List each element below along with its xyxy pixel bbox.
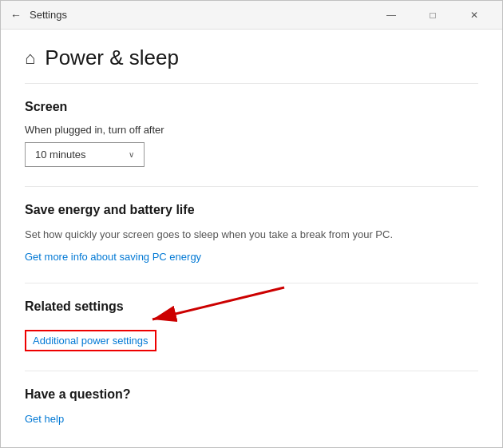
energy-info-link[interactable]: Get more info about saving PC energy bbox=[25, 251, 201, 263]
energy-description: Set how quickly your screen goes to slee… bbox=[25, 227, 424, 243]
close-button[interactable]: ✕ bbox=[456, 4, 493, 26]
window-title: Settings bbox=[30, 9, 67, 21]
chevron-down-icon: ∨ bbox=[129, 150, 134, 159]
related-settings-title: Related settings bbox=[25, 299, 478, 314]
arrow-annotation: Additional power settings bbox=[25, 323, 478, 351]
screen-timeout-dropdown[interactable]: 10 minutes ∨ bbox=[25, 142, 145, 167]
home-icon: ⌂ bbox=[25, 48, 35, 69]
section-divider-3 bbox=[25, 371, 478, 371]
energy-section: Save energy and battery life Set how qui… bbox=[25, 203, 478, 264]
title-bar-left: ← Settings bbox=[10, 9, 67, 22]
minimize-button[interactable]: — bbox=[373, 4, 410, 26]
screen-section-title: Screen bbox=[25, 100, 478, 114]
title-bar-controls: — □ ✕ bbox=[373, 4, 493, 26]
back-button[interactable]: ← bbox=[10, 9, 22, 22]
maximize-button[interactable]: □ bbox=[414, 4, 451, 26]
get-help-link[interactable]: Get help bbox=[25, 413, 64, 425]
page-title: Power & sleep bbox=[45, 46, 179, 70]
section-divider-1 bbox=[25, 186, 478, 187]
section-divider-2 bbox=[25, 283, 478, 283]
question-section: Have a question? Get help bbox=[25, 387, 478, 426]
energy-section-title: Save energy and battery life bbox=[25, 203, 478, 217]
additional-power-settings-link[interactable]: Additional power settings bbox=[25, 330, 156, 351]
content-area: ⌂ Power & sleep Screen When plugged in, … bbox=[1, 30, 502, 447]
settings-window: ← Settings — □ ✕ ⌂ Power & sleep Screen … bbox=[0, 0, 503, 448]
plugged-in-label: When plugged in, turn off after bbox=[25, 124, 478, 136]
screen-section: Screen When plugged in, turn off after 1… bbox=[25, 100, 478, 167]
title-bar: ← Settings — □ ✕ bbox=[1, 1, 502, 30]
dropdown-value: 10 minutes bbox=[35, 149, 86, 161]
question-section-title: Have a question? bbox=[25, 387, 478, 402]
page-header: ⌂ Power & sleep bbox=[25, 30, 478, 84]
related-settings-section: Related settings Additional power settin… bbox=[25, 299, 478, 351]
